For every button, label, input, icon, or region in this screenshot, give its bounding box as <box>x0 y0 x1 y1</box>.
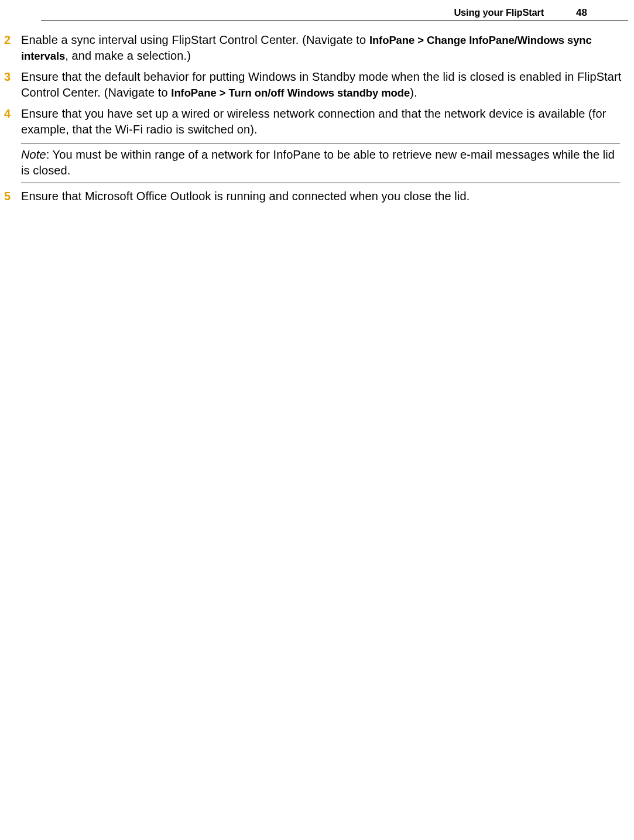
instruction-item: 4Ensure that you have set up a wired or … <box>3 106 628 138</box>
item-body: Ensure that Microsoft Office Outlook is … <box>21 188 628 204</box>
body-text: Enable a sync interval using FlipStart C… <box>21 33 369 46</box>
instruction-list: 2Enable a sync interval using FlipStart … <box>3 32 628 138</box>
instruction-list-continued: 5Ensure that Microsoft Office Outlook is… <box>3 188 628 204</box>
body-text: Ensure that Microsoft Office Outlook is … <box>21 190 469 203</box>
item-body: Ensure that the default behavior for put… <box>21 69 628 101</box>
item-number: 5 <box>3 188 21 204</box>
note-box: Note: You must be within range of a netw… <box>21 143 620 183</box>
bold-text: InfoPane > Turn on/off Windows standby m… <box>171 87 410 99</box>
header-title: Using your FlipStart <box>454 7 544 18</box>
body-text: , and make a selection.) <box>65 49 191 62</box>
instruction-item: 2Enable a sync interval using FlipStart … <box>3 32 628 64</box>
item-body: Enable a sync interval using FlipStart C… <box>21 32 628 64</box>
item-body: Ensure that you have set up a wired or w… <box>21 106 628 138</box>
instruction-item: 3Ensure that the default behavior for pu… <box>3 69 628 101</box>
item-number: 4 <box>3 106 21 122</box>
body-text: Ensure that you have set up a wired or w… <box>21 107 606 136</box>
note-label: Note <box>21 148 46 161</box>
body-text: ). <box>410 86 417 99</box>
page-header: Using your FlipStart 48 <box>41 7 628 20</box>
item-number: 2 <box>3 32 21 48</box>
header-page-number: 48 <box>576 7 587 19</box>
instruction-item: 5Ensure that Microsoft Office Outlook is… <box>3 188 628 204</box>
item-number: 3 <box>3 69 21 85</box>
note-text: : You must be within range of a network … <box>21 148 615 177</box>
